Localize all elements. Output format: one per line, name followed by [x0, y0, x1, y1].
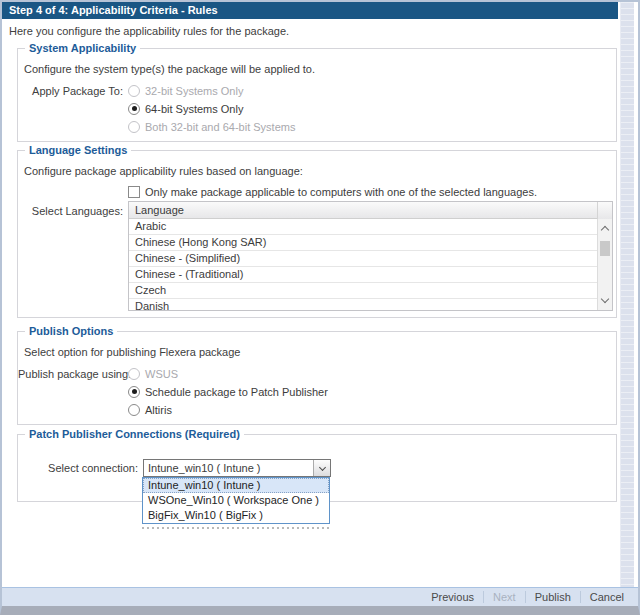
radio-icon	[128, 121, 140, 133]
radio-icon	[128, 85, 140, 97]
section-description: Configure the system type(s) the package…	[24, 63, 315, 75]
radio-label: Schedule package to Patch Publisher	[145, 386, 328, 398]
list-item[interactable]: Danish	[129, 299, 597, 310]
list-item[interactable]: Chinese (Hong Kong SAR)	[129, 235, 597, 251]
radio-label: 64-bit Systems Only	[145, 103, 243, 115]
dropdown-option-wsone[interactable]: WSOne_Win10 ( Workspace One )	[143, 493, 329, 508]
connection-dropdown[interactable]: Intune_win10 ( Intune )	[143, 459, 331, 477]
dropdown-resize-grip[interactable]	[142, 526, 330, 529]
language-filter-checkbox-row[interactable]: Only make package applicable to computer…	[128, 185, 537, 198]
radio-label: WSUS	[145, 368, 178, 380]
connection-dropdown-value[interactable]: Intune_win10 ( Intune )	[144, 460, 313, 476]
list-item[interactable]: Chinese - (Simplified)	[129, 251, 597, 267]
wizard-subtitle: Here you configure the applicability rul…	[9, 25, 289, 37]
section-title: Publish Options	[25, 325, 117, 337]
cancel-button[interactable]: Cancel	[581, 591, 633, 603]
section-language-settings: Language Settings Configure package appl…	[17, 150, 617, 318]
publish-button[interactable]: Publish	[526, 591, 580, 603]
list-item[interactable]: Arabic	[129, 219, 597, 235]
section-description: Configure package applicability rules ba…	[24, 165, 303, 177]
section-description: Select option for publishing Flexera pac…	[24, 346, 240, 358]
page-vertical-scrollbar[interactable]	[620, 2, 634, 587]
radio-icon[interactable]	[128, 103, 140, 115]
language-column-header: Language	[129, 202, 612, 219]
scroll-down-icon[interactable]	[598, 293, 612, 308]
dropdown-option-intune[interactable]: Intune_win10 ( Intune )	[143, 478, 329, 493]
radio-label: Altiris	[145, 404, 172, 416]
language-column-header-stub	[597, 202, 612, 219]
section-publish-options: Publish Options Select option for publis…	[17, 331, 617, 425]
list-item[interactable]: Chinese - (Traditional)	[129, 267, 597, 283]
connection-dropdown-button[interactable]	[313, 460, 330, 476]
languages-listbox: Language Arabic Chinese (Hong Kong SAR) …	[128, 201, 613, 311]
wizard-window: Step 4 of 4: Applicability Criteria - Ru…	[0, 0, 640, 615]
select-languages-label: Select Languages:	[18, 205, 123, 217]
next-button: Next	[484, 591, 525, 603]
radio-label: 32-bit Systems Only	[145, 85, 243, 97]
previous-button[interactable]: Previous	[422, 591, 483, 603]
wizard-step-title: Step 4 of 4: Applicability Criteria - Ru…	[2, 2, 618, 19]
section-system-applicability: System Applicability Configure the syste…	[17, 48, 617, 142]
checkbox-label: Only make package applicable to computer…	[145, 186, 537, 198]
list-item[interactable]: Czech	[129, 283, 597, 299]
chevron-down-icon	[318, 463, 325, 470]
wizard-client-area: Step 4 of 4: Applicability Criteria - Ru…	[2, 2, 638, 606]
connection-dropdown-popup: Intune_win10 ( Intune ) WSOne_Win10 ( Wo…	[142, 477, 330, 524]
radio-icon[interactable]	[128, 386, 140, 398]
radio-option-both-systems: Both 32-bit and 64-bit Systems	[128, 120, 295, 133]
language-list: Arabic Chinese (Hong Kong SAR) Chinese -…	[129, 219, 597, 310]
radio-label: Both 32-bit and 64-bit Systems	[145, 121, 295, 133]
radio-option-32bit: 32-bit Systems Only	[128, 84, 243, 97]
publish-package-using-label: Publish package using:	[18, 368, 123, 380]
scroll-up-icon[interactable]	[598, 221, 612, 236]
section-title: System Applicability	[25, 42, 140, 54]
radio-option-wsus: WSUS	[128, 367, 178, 380]
select-connection-label: Select connection:	[18, 462, 138, 474]
radio-icon[interactable]	[128, 404, 140, 416]
radio-option-altiris[interactable]: Altiris	[128, 403, 172, 416]
wizard-footer: Previous Next Publish Cancel	[2, 587, 638, 606]
scrollbar-thumb[interactable]	[600, 241, 610, 256]
section-title: Language Settings	[25, 144, 131, 156]
radio-option-patch-publisher[interactable]: Schedule package to Patch Publisher	[128, 385, 328, 398]
radio-option-64bit[interactable]: 64-bit Systems Only	[128, 102, 243, 115]
language-list-scrollbar[interactable]	[597, 219, 612, 310]
language-filter-checkbox[interactable]	[128, 186, 140, 198]
apply-package-to-label: Apply Package To:	[18, 85, 123, 97]
dropdown-option-bigfix[interactable]: BigFix_Win10 ( BigFix )	[143, 508, 329, 523]
section-title: Patch Publisher Connections (Required)	[25, 428, 244, 440]
radio-icon	[128, 368, 140, 380]
